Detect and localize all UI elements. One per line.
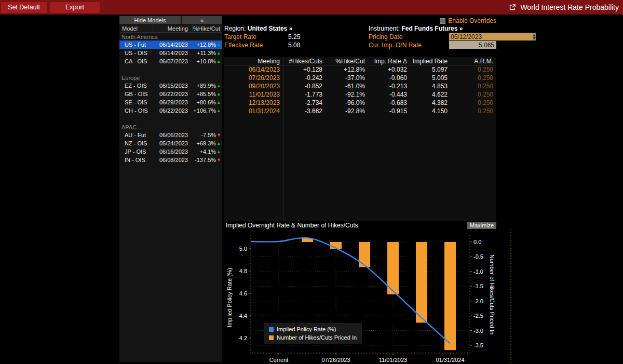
spinner-down-icon[interactable] xyxy=(533,37,536,39)
meeting-row[interactable]: 09/20/2023-0.852-61.0%-0.2134.8530.250 xyxy=(224,82,496,90)
top-bar: Set Default Export World Interest Rate P… xyxy=(0,0,623,15)
down-arrow-icon: ▼ xyxy=(216,158,221,163)
meeting-cell: 0.250 xyxy=(451,83,496,90)
meeting-cell: 11/01/2023 xyxy=(224,91,283,98)
instrument-value[interactable]: Fed Funds Futures » xyxy=(401,25,463,32)
set-default-button[interactable]: Set Default xyxy=(1,2,47,13)
region-value[interactable]: United States » xyxy=(248,25,293,32)
model-row[interactable]: IN - OIS06/08/2023-137.5%▼ xyxy=(119,156,222,164)
meeting-cell: -0.683 xyxy=(368,99,410,106)
model-meeting: 05/24/2023 xyxy=(153,140,192,146)
model-group-label: APAC xyxy=(119,123,222,131)
model-row[interactable]: CA - OIS06/07/2023+10.8%▲ xyxy=(119,57,222,65)
right-axis-tick-label: -0.5 xyxy=(473,253,483,260)
right-axis-tick-label: -1.5 xyxy=(473,283,483,289)
x-axis-tick-label: 11/01/2023 xyxy=(379,357,407,363)
meeting-cell: -0.060 xyxy=(368,74,410,82)
export-button[interactable]: Export xyxy=(50,2,100,13)
right-axis-tick-label: -2.5 xyxy=(473,313,483,319)
meeting-cell: +12.8% xyxy=(326,66,368,73)
model-group-label: Europe xyxy=(119,74,222,82)
model-name: SE - OIS xyxy=(119,99,153,105)
meeting-row[interactable]: 12/13/2023-2.734-96.0%-0.6834.3820.250 xyxy=(224,99,496,107)
meeting-cell: 0.250 xyxy=(451,66,496,73)
collapse-panel-button[interactable]: « xyxy=(182,16,222,24)
hide-models-button[interactable]: Hide Models xyxy=(119,16,181,24)
models-table-body: North AmericaUS - Fut06/14/2023+12.8%▲US… xyxy=(119,33,222,164)
column-hike-cut: %Hike/Cut xyxy=(192,24,222,32)
date-spinner[interactable] xyxy=(533,33,536,41)
enable-overrides-checkbox[interactable] xyxy=(440,18,445,24)
up-arrow-icon: ▲ xyxy=(216,59,221,64)
model-pct: +69.3% xyxy=(196,140,216,146)
meeting-cell: -61.0% xyxy=(326,83,368,90)
enable-overrides-row: Enable Overrides xyxy=(440,17,496,24)
instrument-label: Instrument: xyxy=(369,25,400,32)
column-meeting: Meeting xyxy=(153,24,192,32)
model-meeting: 06/29/2023 xyxy=(153,99,192,105)
meeting-row[interactable]: 06/14/2023+0.128+12.8%+0.0325.0970.250 xyxy=(224,65,496,74)
model-pct: -137.5% xyxy=(195,157,216,163)
column-model: Model xyxy=(119,24,153,32)
up-arrow-icon: ▲ xyxy=(216,141,221,146)
model-row[interactable]: SE - OIS06/29/2023+80.6%▲ xyxy=(119,98,222,106)
up-arrow-icon: ▲ xyxy=(216,109,221,113)
legend-label: Implied Policy Rate (%) xyxy=(277,326,336,332)
model-row[interactable]: GB - OIS06/22/2023+85.5%▲ xyxy=(119,90,222,98)
up-arrow-icon: ▲ xyxy=(216,150,221,154)
meeting-row[interactable]: 07/26/2023-0.242-37.0%-0.0605.0050.250 xyxy=(224,74,496,82)
model-meeting: 06/07/2023 xyxy=(153,58,192,64)
meeting-cell: -3.662 xyxy=(283,107,326,115)
meeting-cell: -1.773 xyxy=(283,91,326,98)
meeting-cell: 4.150 xyxy=(410,107,451,115)
meeting-cell: 4.622 xyxy=(410,91,451,98)
target-rate-value: 5.25 xyxy=(288,33,300,41)
region-label: Region: xyxy=(224,25,246,32)
left-axis-tick-label: 4.2 xyxy=(239,335,247,341)
up-arrow-icon: ▲ xyxy=(216,100,221,105)
meeting-cell: 5.097 xyxy=(410,66,451,73)
pricing-date-field xyxy=(449,33,496,41)
maximize-button[interactable]: Maximize xyxy=(467,222,496,229)
up-arrow-icon: ▲ xyxy=(216,51,221,56)
model-row[interactable]: EZ - OIS06/15/2023+89.9%▲ xyxy=(119,82,222,90)
left-axis-tick-label: 4.8 xyxy=(239,268,247,274)
meeting-cell: -0.852 xyxy=(283,83,326,90)
meeting-cell: -0.443 xyxy=(368,91,410,98)
model-name: GB - OIS xyxy=(119,91,153,97)
meetings-column-header: Meeting xyxy=(224,58,283,65)
legend-item-bar: Number of Hikes/Cuts Priced In xyxy=(269,334,357,341)
region-line: Region: United States » xyxy=(224,25,292,32)
pricing-date-input[interactable] xyxy=(449,33,533,41)
model-pct: -7.5% xyxy=(201,132,216,138)
x-axis-tick-label: 01/31/2024 xyxy=(436,357,464,363)
model-meeting: 06/16/2023 xyxy=(153,149,192,155)
meeting-cell: 0.250 xyxy=(451,74,496,82)
open-window-icon[interactable] xyxy=(509,4,516,11)
model-row[interactable]: US - Fut06/14/2023+12.8%▲ xyxy=(119,41,222,49)
right-axis-tick-label: 0.0 xyxy=(473,239,481,245)
down-arrow-icon: ▼ xyxy=(216,133,221,138)
meeting-cell: 5.005 xyxy=(410,74,451,82)
meetings-column-header: %Hike/Cut xyxy=(326,58,368,65)
main-header: Enable Overrides Region: United States »… xyxy=(224,16,496,57)
meeting-row[interactable]: 01/31/2024-3.662-92.8%-0.9154.1500.250 xyxy=(224,107,496,115)
models-panel: Hide Models « Model Meeting %Hike/Cut No… xyxy=(119,16,222,362)
page-title: World Interest Rate Probability xyxy=(520,3,619,11)
meetings-column-header: #Hikes/Cuts xyxy=(283,58,326,65)
model-meeting: 06/14/2023 xyxy=(153,42,192,48)
left-axis-title: Implied Policy Rate (%) xyxy=(226,268,233,327)
model-row[interactable]: JP - OIS06/16/2023+4.1%▲ xyxy=(119,147,222,156)
model-row[interactable]: NZ - OIS05/24/2023+69.3%▲ xyxy=(119,139,222,147)
cur-imp-rate-label: Cur. Imp. O/N Rate xyxy=(369,42,422,49)
model-meeting: 06/22/2023 xyxy=(153,91,192,97)
model-pct: +11.3% xyxy=(197,50,216,56)
meeting-cell: 4.382 xyxy=(410,99,451,106)
spinner-up-icon[interactable] xyxy=(533,34,536,36)
model-row[interactable]: AU - Fut06/06/2023-7.5%▼ xyxy=(119,131,222,139)
meeting-row[interactable]: 11/01/2023-1.773-92.1%-0.4434.6220.250 xyxy=(224,90,496,99)
model-row[interactable]: CH - OIS06/22/2023+106.7%▲ xyxy=(119,106,222,115)
meeting-cell: 01/31/2024 xyxy=(224,107,283,115)
model-row[interactable]: US - OIS06/14/2023+11.3%▲ xyxy=(119,49,222,57)
meeting-cell: 07/26/2023 xyxy=(224,74,283,82)
